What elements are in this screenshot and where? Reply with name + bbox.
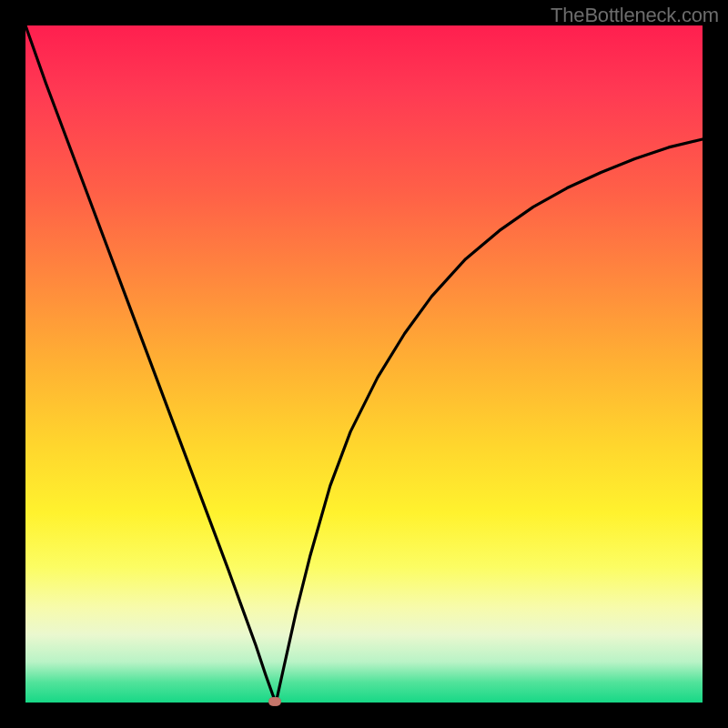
plot-area xyxy=(25,25,703,703)
optimum-marker xyxy=(268,697,281,706)
chart-frame: TheBottleneck.com xyxy=(0,0,728,728)
bottleneck-curve xyxy=(25,25,703,703)
watermark-text: TheBottleneck.com xyxy=(551,4,719,27)
